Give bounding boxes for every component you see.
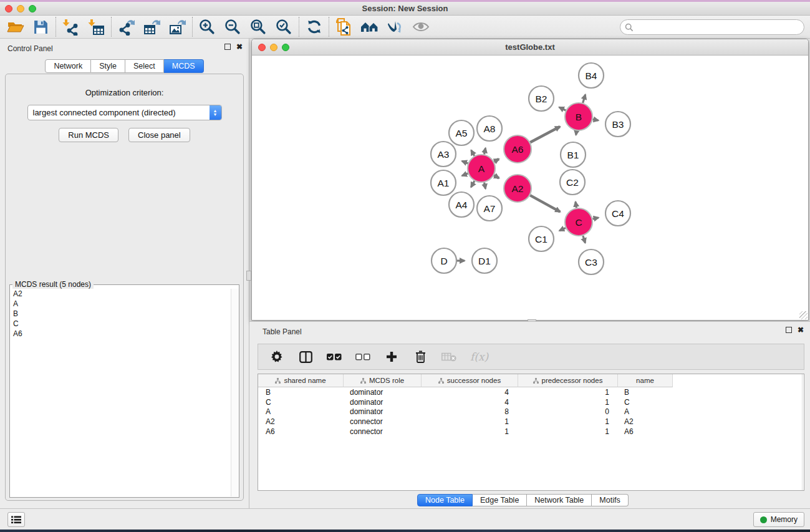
- tab-network-table[interactable]: Network Table: [527, 494, 592, 506]
- graph-edge[interactable]: [583, 95, 586, 103]
- graph-edge[interactable]: [530, 195, 560, 211]
- settings-gear-button[interactable]: [269, 349, 284, 365]
- close-table-panel-icon[interactable]: ✖: [798, 327, 804, 333]
- export-image-button[interactable]: [165, 16, 190, 37]
- duplicate-network-button[interactable]: [331, 16, 357, 37]
- graph-node-C4[interactable]: C4: [605, 201, 630, 226]
- graph-edge[interactable]: [530, 127, 560, 142]
- import-table-button[interactable]: [84, 16, 109, 37]
- graph-edge[interactable]: [485, 148, 486, 154]
- mcds-result-item[interactable]: C: [11, 319, 230, 329]
- graph-edge[interactable]: [485, 183, 486, 189]
- graph-edge[interactable]: [592, 218, 598, 219]
- tab-motifs[interactable]: Motifs: [592, 494, 628, 506]
- table-row[interactable]: Cdominator41C: [258, 397, 804, 407]
- show-tasks-button[interactable]: [7, 512, 25, 527]
- graph-edge[interactable]: [593, 119, 599, 120]
- add-column-button[interactable]: [384, 349, 399, 365]
- graph-node-A1[interactable]: A1: [431, 170, 456, 195]
- mcds-result-scrollbar[interactable]: [231, 289, 239, 496]
- tab-style[interactable]: Style: [91, 59, 125, 73]
- graph-edge[interactable]: [559, 107, 566, 110]
- table-row[interactable]: Bdominator41B: [258, 387, 804, 397]
- graph-node-D[interactable]: D: [432, 248, 456, 273]
- graph-node-C1[interactable]: C1: [529, 226, 554, 251]
- function-builder-button[interactable]: f(x): [470, 349, 488, 365]
- graph-node-B2[interactable]: B2: [529, 86, 554, 111]
- float-table-panel-icon[interactable]: [786, 327, 792, 333]
- mcds-result-list[interactable]: A2ABCA6: [11, 289, 230, 496]
- graph-node-A2[interactable]: A2: [504, 175, 531, 202]
- column-header[interactable]: successor nodes: [422, 374, 518, 387]
- zoom-in-button[interactable]: [195, 16, 220, 37]
- graph-node-A5[interactable]: A5: [449, 120, 474, 145]
- graph-node-A4[interactable]: A4: [449, 192, 474, 217]
- table-row[interactable]: Adominator80A: [258, 407, 804, 417]
- graph-node-C3[interactable]: C3: [579, 249, 604, 274]
- table-row[interactable]: A6connector11A6: [258, 427, 804, 437]
- float-panel-icon[interactable]: [224, 44, 231, 50]
- graph-edge[interactable]: [471, 181, 474, 187]
- graph-edge[interactable]: [462, 173, 468, 176]
- close-panel-button[interactable]: Close panel: [128, 128, 190, 142]
- zoom-fit-button[interactable]: [246, 16, 271, 37]
- tab-mcds[interactable]: MCDS: [164, 59, 204, 73]
- graph-node-B3[interactable]: B3: [605, 112, 630, 137]
- graph-edge[interactable]: [576, 131, 577, 135]
- graph-edge[interactable]: [462, 161, 468, 163]
- graph-edge[interactable]: [494, 159, 499, 162]
- export-table-button[interactable]: [139, 16, 165, 37]
- eye-button[interactable]: [408, 16, 433, 37]
- column-header[interactable]: name: [618, 374, 673, 387]
- graph-node-B4[interactable]: B4: [579, 63, 604, 88]
- close-panel-icon[interactable]: ✖: [236, 44, 243, 50]
- graph-edge[interactable]: [471, 150, 475, 156]
- graph-edge[interactable]: [494, 175, 499, 178]
- select-all-button[interactable]: [327, 349, 342, 365]
- network-canvas[interactable]: B4B2BB3A8A5A6A3B1AA1C2A2A4A7C4CC1C3DD1: [252, 56, 808, 320]
- graph-node-A7[interactable]: A7: [477, 196, 502, 221]
- graph-node-A6[interactable]: A6: [504, 135, 531, 163]
- mcds-result-item[interactable]: B: [11, 309, 230, 319]
- import-network-button[interactable]: [58, 16, 84, 37]
- column-header[interactable]: shared name: [258, 374, 344, 387]
- refresh-button[interactable]: [301, 16, 327, 37]
- optimization-criterion-select[interactable]: largest connected component (directed) ▲…: [27, 105, 222, 120]
- table-scrollbar[interactable]: [802, 374, 804, 490]
- search-input[interactable]: [634, 22, 804, 33]
- graph-node-C[interactable]: C: [565, 208, 592, 236]
- table-row[interactable]: A2connector11A2: [258, 417, 804, 427]
- graph-node-B1[interactable]: B1: [561, 142, 586, 167]
- tab-edge-table[interactable]: Edge Table: [473, 494, 527, 506]
- save-session-button[interactable]: [28, 16, 54, 37]
- column-header[interactable]: MCDS role: [344, 374, 422, 387]
- search-field[interactable]: [620, 19, 804, 35]
- show-column-button[interactable]: [298, 349, 313, 365]
- export-network-button[interactable]: [113, 16, 139, 37]
- graph-node-A8[interactable]: A8: [477, 116, 502, 141]
- network-graph[interactable]: B4B2BB3A8A5A6A3B1AA1C2A2A4A7C4CC1C3DD1: [252, 56, 808, 320]
- memory-button[interactable]: Memory: [753, 512, 804, 527]
- show-hide-panels-button[interactable]: [382, 16, 408, 37]
- delete-column-button[interactable]: [413, 349, 428, 365]
- unselect-all-button[interactable]: [355, 349, 370, 365]
- graph-edge[interactable]: [583, 236, 586, 243]
- mcds-result-item[interactable]: A6: [11, 329, 230, 339]
- zoom-out-button[interactable]: [220, 16, 246, 37]
- mcds-result-item[interactable]: A2: [11, 289, 230, 299]
- graph-node-D1[interactable]: D1: [472, 248, 497, 273]
- graph-edge[interactable]: [559, 228, 566, 230]
- open-session-button[interactable]: [2, 16, 28, 37]
- resize-grip-icon[interactable]: [799, 311, 808, 319]
- zoom-selected-button[interactable]: [271, 16, 297, 37]
- tab-network[interactable]: Network: [45, 59, 91, 73]
- column-header[interactable]: predecessor nodes: [518, 374, 618, 387]
- graph-node-A[interactable]: A: [468, 155, 495, 182]
- mcds-result-item[interactable]: A: [11, 299, 230, 309]
- vertical-splitter-handle[interactable]: [246, 271, 251, 281]
- first-neighbors-button[interactable]: [357, 16, 382, 37]
- graph-node-A3[interactable]: A3: [431, 142, 456, 167]
- delete-table-button[interactable]: [441, 349, 456, 365]
- run-mcds-button[interactable]: Run MCDS: [59, 128, 118, 142]
- graph-node-C2[interactable]: C2: [560, 170, 585, 195]
